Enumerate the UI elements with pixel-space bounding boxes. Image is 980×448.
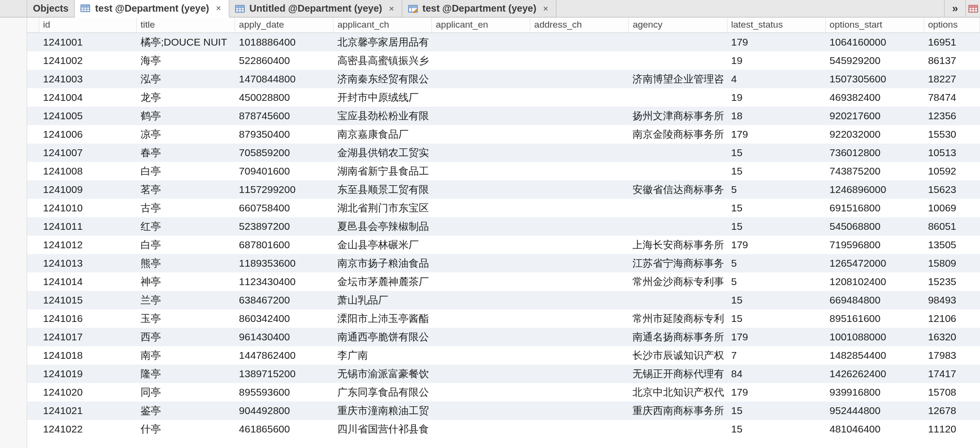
cell-agency[interactable]: 济南博望企业管理咨 [629, 72, 727, 86]
tab-test-1[interactable]: test @Department (yeye) ✕ [75, 0, 229, 17]
cell-apply_date[interactable]: 461865600 [235, 423, 333, 435]
cell-latest_status[interactable]: 4 [727, 73, 826, 85]
right-edge-table-icon[interactable] [965, 0, 980, 17]
cell-applicant_ch[interactable]: 无锡市渝派富豪餐饮 [333, 367, 432, 381]
cell-agency[interactable]: 扬州文津商标事务所 [629, 109, 727, 123]
tab-untitled[interactable]: Untitled @Department (yeye) ✕ [229, 0, 402, 17]
cell-applicant_ch[interactable]: 溧阳市上沛玉亭酱酯 [333, 312, 432, 325]
cell-apply_date[interactable]: 660758400 [235, 202, 333, 214]
cell-applicant_ch[interactable]: 湖南省新宁县食品工 [333, 164, 432, 178]
cell-latest_status[interactable]: 19 [727, 92, 826, 103]
cell-agency[interactable]: 无锡正开商标代理有 [629, 367, 727, 381]
cell-apply_date[interactable]: 687801600 [235, 239, 333, 251]
column-header-agency[interactable]: agency [629, 17, 727, 32]
cell-title[interactable]: 龙亭 [137, 91, 235, 104]
cell-agency[interactable]: 重庆西南商标事务所 [629, 404, 727, 417]
cell-latest_status[interactable]: 15 [727, 313, 826, 324]
cell-options[interactable]: 12106 [924, 313, 980, 324]
cell-options[interactable]: 86137 [924, 55, 980, 66]
table-row[interactable]: 1241022什亭461865600四川省国营什祁县食1548104640011… [27, 420, 980, 438]
cell-options[interactable]: 16320 [924, 331, 980, 343]
cell-options[interactable]: 18227 [924, 73, 980, 85]
cell-applicant_ch[interactable]: 南通西亭脆饼有限公 [333, 330, 432, 344]
column-header-applicant_ch[interactable]: applicant_ch [333, 17, 432, 32]
table-row[interactable]: 1241011红亭523897200夏邑县会亭辣椒制品1554506880086… [27, 217, 980, 236]
cell-applicant_ch[interactable]: 东至县顺景工贸有限 [333, 183, 432, 196]
cell-latest_status[interactable]: 15 [727, 423, 826, 435]
table-row[interactable]: 1241004龙亭450028800开封市中原绒线厂19469382400784… [27, 88, 980, 107]
cell-id[interactable]: 1241010 [39, 202, 137, 214]
cell-options_start[interactable]: 736012800 [826, 147, 924, 159]
cell-title[interactable]: 白亭 [137, 164, 235, 178]
cell-applicant_ch[interactable]: 北京馨亭家居用品有 [333, 35, 432, 49]
cell-options_start[interactable]: 545068800 [826, 221, 924, 232]
cell-applicant_ch[interactable]: 开封市中原绒线厂 [333, 91, 432, 104]
cell-options[interactable]: 10592 [924, 165, 980, 177]
column-header-applicant_en[interactable]: applicant_en [432, 17, 530, 32]
table-row[interactable]: 1241009茗亭1157299200东至县顺景工贸有限安徽省信达商标事务512… [27, 180, 980, 199]
cell-title[interactable]: 白亭 [137, 238, 235, 252]
cell-latest_status[interactable]: 179 [727, 239, 826, 251]
cell-id[interactable]: 1241012 [39, 239, 137, 251]
cell-options[interactable]: 15708 [924, 386, 980, 398]
cell-title[interactable]: 海亭 [137, 54, 235, 67]
close-icon[interactable]: ✕ [541, 4, 550, 13]
cell-latest_status[interactable]: 84 [727, 368, 826, 380]
cell-id[interactable]: 1241022 [39, 423, 137, 435]
column-header-apply_date[interactable]: apply_date [235, 17, 333, 32]
cell-id[interactable]: 1241011 [39, 221, 137, 232]
cell-options_start[interactable]: 469382400 [826, 92, 924, 103]
cell-id[interactable]: 1241007 [39, 147, 137, 159]
cell-options[interactable]: 15530 [924, 128, 980, 140]
cell-latest_status[interactable]: 179 [727, 386, 826, 398]
cell-apply_date[interactable]: 1018886400 [235, 36, 333, 48]
table-row[interactable]: 1241006凉亭879350400南京嘉康食品厂南京金陵商标事务所179922… [27, 125, 980, 144]
cell-applicant_ch[interactable]: 宝应县劲松粉业有限 [333, 109, 432, 123]
cell-id[interactable]: 1241021 [39, 405, 137, 416]
table-row[interactable]: 1241014神亭1123430400金坛市茅麓神麓茶厂常州金沙商标专利事512… [27, 272, 980, 291]
column-header-latest_status[interactable]: latest_status [727, 17, 826, 32]
column-header-options[interactable]: options [924, 17, 980, 32]
cell-id[interactable]: 1241003 [39, 73, 137, 85]
cell-latest_status[interactable]: 179 [727, 128, 826, 140]
cell-latest_status[interactable]: 7 [727, 350, 826, 361]
column-header-options_start[interactable]: options_start [826, 17, 924, 32]
cell-options_start[interactable]: 1001088000 [826, 331, 924, 343]
cell-id[interactable]: 1241015 [39, 294, 137, 306]
cell-agency[interactable]: 安徽省信达商标事务 [629, 183, 727, 196]
cell-id[interactable]: 1241019 [39, 368, 137, 380]
cell-latest_status[interactable]: 15 [727, 221, 826, 232]
cell-title[interactable]: 隆亭 [137, 367, 235, 381]
cell-id[interactable]: 1241004 [39, 92, 137, 103]
cell-agency[interactable]: 长沙市辰诚知识产权 [629, 349, 727, 362]
table-row[interactable]: 1241017西亭961430400南通西亭脆饼有限公南通名扬商标事务所1791… [27, 328, 980, 346]
cell-latest_status[interactable]: 15 [727, 147, 826, 159]
cell-options_start[interactable]: 952444800 [826, 405, 924, 416]
cell-apply_date[interactable]: 522860400 [235, 55, 333, 66]
cell-options_start[interactable]: 922032000 [826, 128, 924, 140]
cell-title[interactable]: 古亭 [137, 201, 235, 215]
cell-latest_status[interactable]: 5 [727, 257, 826, 269]
cell-apply_date[interactable]: 1189353600 [235, 257, 333, 269]
table-row[interactable]: 1241001橘亭;DOUCE NUIT1018886400北京馨亭家居用品有1… [27, 33, 980, 51]
cell-apply_date[interactable]: 1123430400 [235, 276, 333, 288]
cell-latest_status[interactable]: 18 [727, 110, 826, 122]
cell-applicant_ch[interactable]: 萧山乳品厂 [333, 293, 432, 307]
cell-options[interactable]: 12356 [924, 110, 980, 122]
cell-options_start[interactable]: 895161600 [826, 313, 924, 324]
cell-apply_date[interactable]: 860342400 [235, 313, 333, 324]
close-icon[interactable]: ✕ [387, 4, 396, 13]
cell-id[interactable]: 1241006 [39, 128, 137, 140]
column-header-address_ch[interactable]: address_ch [530, 17, 629, 32]
cell-applicant_ch[interactable]: 高密县高蜜镇振兴乡 [333, 54, 432, 67]
cell-applicant_ch[interactable]: 南京市扬子粮油食品 [333, 256, 432, 270]
table-row[interactable]: 1241003泓亭1470844800济南秦东经贸有限公济南博望企业管理咨415… [27, 70, 980, 88]
column-header-title[interactable]: title [137, 17, 235, 32]
cell-options_start[interactable]: 691516800 [826, 202, 924, 214]
cell-title[interactable]: 泓亭 [137, 72, 235, 86]
cell-applicant_ch[interactable]: 金山县亭林碾米厂 [333, 238, 432, 252]
cell-title[interactable]: 红亭 [137, 220, 235, 233]
cell-id[interactable]: 1241013 [39, 257, 137, 269]
cell-options_start[interactable]: 1265472000 [826, 257, 924, 269]
cell-title[interactable]: 什亭 [137, 422, 235, 436]
